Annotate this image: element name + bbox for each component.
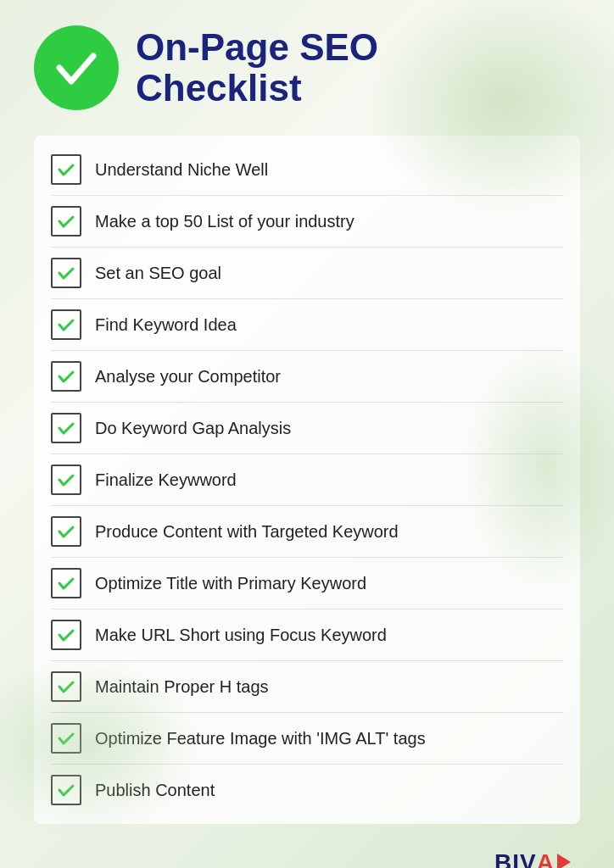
logo-letter-v: V [520, 849, 537, 868]
item-text-8: Produce Content with Targeted Keyword [95, 522, 399, 542]
item-text-4: Find Keyword Idea [95, 315, 237, 335]
checkbox-7[interactable] [51, 465, 81, 495]
header: On-Page SEO Checklist [34, 25, 580, 110]
item-text-12: Optimize Feature Image with 'IMG ALT' ta… [95, 729, 426, 748]
logo-play-icon [557, 854, 571, 868]
checklist-item[interactable]: Make a top 50 List of your industry [51, 196, 563, 248]
checkbox-8[interactable] [51, 516, 81, 547]
logo-letter-i: I [512, 849, 520, 868]
checkbox-1[interactable] [51, 154, 81, 185]
checkbox-9[interactable] [51, 568, 81, 598]
item-text-3: Set an SEO goal [95, 264, 221, 283]
checklist-item[interactable]: Publish Content [51, 765, 563, 815]
logo-letter-a: A [537, 849, 555, 868]
checklist-item[interactable]: Analyse your Competitor [51, 351, 563, 403]
item-text-6: Do Keyword Gap Analysis [95, 419, 291, 438]
checklist-item[interactable]: Finalize Keywword [51, 454, 563, 506]
checklist-item[interactable]: Make URL Short using Focus Keyword [51, 609, 563, 661]
item-text-1: Understand Niche Well [95, 160, 268, 180]
item-text-5: Analyse your Competitor [95, 367, 281, 387]
item-text-2: Make a top 50 List of your industry [95, 212, 354, 231]
logo-text: B I V A [494, 849, 571, 868]
footer: B I V A TECHNOLOGIES [34, 841, 580, 868]
checklist-item[interactable]: Set an SEO goal [51, 248, 563, 299]
checkbox-12[interactable] [51, 723, 81, 754]
checkbox-11[interactable] [51, 671, 81, 702]
checklist-item[interactable]: Optimize Title with Primary Keyword [51, 558, 563, 609]
page-title: On-Page SEO Checklist [136, 27, 378, 109]
checklist-item[interactable]: Find Keyword Idea [51, 299, 563, 351]
item-text-10: Make URL Short using Focus Keyword [95, 626, 387, 645]
checklist-item[interactable]: Maintain Proper H tags [51, 661, 563, 713]
checklist-item[interactable]: Understand Niche Well [51, 144, 563, 196]
item-text-13: Publish Content [95, 781, 215, 800]
page: On-Page SEO Checklist Understand Niche W… [0, 0, 614, 868]
checkbox-13[interactable] [51, 775, 81, 805]
checklist-container: Understand Niche Well Make a top 50 List… [34, 136, 580, 824]
checkbox-5[interactable] [51, 361, 81, 392]
item-text-11: Maintain Proper H tags [95, 677, 269, 697]
logo-letter-b: B [494, 849, 512, 868]
checklist-item[interactable]: Do Keyword Gap Analysis [51, 403, 563, 454]
header-checkmark-icon [34, 25, 119, 110]
checkbox-10[interactable] [51, 620, 81, 650]
checklist-item[interactable]: Optimize Feature Image with 'IMG ALT' ta… [51, 713, 563, 765]
checkbox-4[interactable] [51, 309, 81, 340]
checklist-item[interactable]: Produce Content with Targeted Keyword [51, 506, 563, 558]
checkbox-2[interactable] [51, 206, 81, 236]
item-text-7: Finalize Keywword [95, 470, 237, 490]
logo: B I V A TECHNOLOGIES [485, 849, 580, 868]
checkbox-6[interactable] [51, 413, 81, 443]
item-text-9: Optimize Title with Primary Keyword [95, 574, 366, 593]
checkbox-3[interactable] [51, 258, 81, 288]
